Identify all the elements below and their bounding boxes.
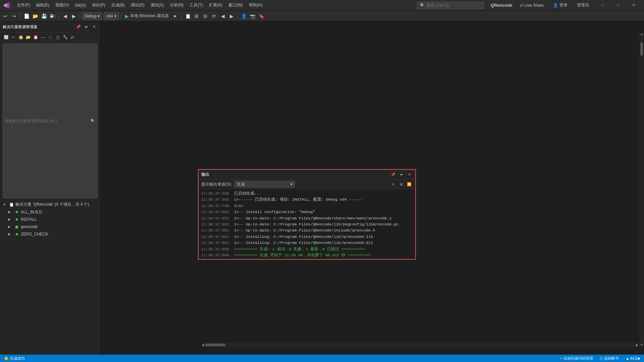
close-button[interactable]: ✕ [626, 0, 641, 11]
scroll-left-button[interactable]: ◀ [202, 344, 205, 346]
horizontal-scrollbar[interactable]: ◀ ▶ [201, 343, 639, 347]
run-button[interactable]: ▶ 本地 Windows 调试器 [123, 12, 171, 19]
solution-tree: ▼ 📋 解决方案 'QRencode' (4 个项目，共 4 个) ▶ ■ AL… [0, 200, 100, 355]
sidebar-toolbar-btn1[interactable]: 🔄 [3, 34, 9, 41]
tree-item-install[interactable]: ▶ ■ INSTALL [0, 216, 100, 223]
toolbar-bookmark[interactable]: 🔖 [257, 12, 265, 20]
hscroll-thumb[interactable] [205, 344, 225, 346]
vertical-scrollbar[interactable]: ▲ ▼ [639, 32, 644, 347]
live-share-button[interactable]: ⇄ Live Share [517, 2, 547, 9]
toolbar-profile[interactable]: 👤 [240, 12, 248, 20]
debug-config-dropdown[interactable]: Debug ▾ [82, 12, 102, 20]
sidebar-search-box[interactable]: 🔍 [3, 44, 98, 198]
tree-item-all-build[interactable]: ▶ ■ ALL_BUILD [0, 208, 100, 216]
toolbar-undo[interactable]: ↩ [1, 12, 9, 20]
admin-button[interactable]: 管理员 [574, 1, 592, 9]
menu-window[interactable]: 窗口(W) [226, 1, 246, 9]
output-pin-button[interactable]: 📌 [390, 171, 396, 178]
toolbar-camera[interactable]: 📷 [249, 12, 257, 20]
sidebar-close-button[interactable]: ✕ [91, 23, 98, 30]
search-input[interactable] [426, 3, 473, 8]
toolbar-open[interactable]: 📂 [31, 12, 39, 20]
tree-item-zero-check[interactable]: ▶ ■ ZERO_CHECK [0, 230, 100, 238]
menu-view[interactable]: 视图(V) [53, 1, 71, 9]
arch-chevron-icon: ▾ [114, 14, 116, 18]
toolbar-btn-8[interactable]: ⊟ [201, 12, 209, 20]
output-source-select[interactable]: 生成 ▾ [234, 181, 295, 188]
sidebar-toolbar-btn9[interactable]: 🔧 [62, 34, 68, 41]
solution-root[interactable]: ▼ 📋 解决方案 'QRencode' (4 个项目，共 4 个) [0, 201, 100, 208]
menu-build[interactable]: 生成(B) [109, 1, 127, 9]
menu-help[interactable]: 帮助(H) [246, 1, 265, 9]
menu-debug[interactable]: 调试(D) [128, 1, 147, 9]
scroll-up-button[interactable]: ▲ [640, 33, 643, 36]
scroll-right-button[interactable]: ▶ [636, 344, 639, 346]
sidebar-toolbar-btn4[interactable]: 📂 [25, 34, 32, 41]
menu-analyze[interactable]: 分析(N) [167, 1, 186, 9]
sidebar-toolbar-btn10[interactable]: ⇄ [69, 34, 76, 41]
output-source-label: 显示输出来源(S): [201, 182, 232, 187]
user-icon: 👤 [553, 3, 558, 8]
toolbar-save[interactable]: 💾 [40, 12, 48, 20]
output-close-button[interactable]: ✕ [406, 171, 413, 178]
sidebar-toolbar-btn6[interactable]: — [40, 34, 46, 41]
menu-test[interactable]: 测试(S) [148, 1, 167, 9]
output-line: 11:36:37:5931>------ 已启动生成: 项目: INSTALL,… [201, 197, 413, 203]
project-title: QRencode [487, 3, 517, 8]
sidebar-arrow-button[interactable]: ⬌ [83, 23, 90, 30]
output-wrap-button[interactable]: ⊞ [398, 181, 405, 188]
build-bell-icon: 🔔 [4, 356, 9, 361]
sidebar-toolbar-btn3[interactable]: 🏠 [17, 34, 24, 41]
menu-edit[interactable]: 编辑(E) [33, 1, 52, 9]
minimize-button[interactable]: ─ [595, 0, 610, 11]
menu-file[interactable]: 文件(F) [14, 1, 33, 9]
menu-extensions[interactable]: 扩展(X) [206, 1, 225, 9]
selection-button[interactable]: ◻ 选择帐号 [598, 355, 620, 362]
sidebar-toolbar-btn8[interactable]: ◫ [54, 34, 61, 41]
output-text: 1>-- Installing: C:/Program Files/QRenco… [234, 240, 373, 246]
toolbar-btn-11[interactable]: ▶ [227, 12, 235, 20]
output-timestamp: 11:36:37:881 [201, 227, 231, 234]
output-line: 11:36:37:8811>-- Installing: C:/Program … [201, 240, 413, 246]
status-bar: 🔔 生成成功 + 添加到源代码管理 ◻ 选择帐号 ▲ ACE■ [0, 355, 644, 362]
tree-item-qrencode[interactable]: ▶ ◼ qrencode [0, 223, 100, 230]
output-text: 1>-- Up-to-date: C:/Program Files/QRenco… [234, 227, 375, 234]
toolbar-btn-9[interactable]: ⟳ [210, 12, 218, 20]
output-text: 1>------ 已启动生成: 项目: INSTALL, 配置: Debug x… [234, 197, 363, 203]
toolbar-redo[interactable]: ↪ [10, 12, 18, 20]
scroll-down-button[interactable]: ▼ [640, 343, 643, 346]
output-panel-title: 输出 [201, 172, 209, 177]
login-button[interactable]: 👤 登录 [550, 1, 571, 9]
toolbar-new[interactable]: 📄 [22, 12, 31, 20]
toolbar-back[interactable]: ◀ [61, 12, 69, 20]
toolbar-btn-6[interactable]: 📋 [184, 12, 192, 20]
toolbar-run-extra[interactable]: ▶ [171, 12, 179, 20]
scroll-thumb[interactable] [640, 42, 643, 56]
selection-icon: ◻ [600, 356, 603, 361]
sidebar-toolbar-btn2[interactable]: ↩ [10, 34, 17, 41]
menu-project[interactable]: 项目(P) [89, 1, 108, 9]
install-chevron-icon: ▶ [8, 217, 13, 221]
sidebar-toolbar-btn5[interactable]: ⏰ [32, 34, 39, 41]
restore-button[interactable]: □ [610, 0, 626, 11]
output-expand-button[interactable]: ⬌ [398, 171, 405, 178]
ace-indicator[interactable]: ▲ ACE■ [624, 355, 641, 362]
menu-git[interactable]: Git(G) [72, 2, 89, 9]
title-search[interactable]: 🔍 [417, 2, 484, 9]
menu-tools[interactable]: 工具(T) [187, 1, 205, 9]
source-control-button[interactable]: + 添加到源代码管理 [559, 355, 594, 362]
sidebar-title: 解决方案资源管理器 [3, 24, 38, 30]
output-clear-button[interactable]: ≡ [390, 181, 396, 188]
sidebar-pin-button[interactable]: 📌 [75, 23, 82, 30]
toolbar-saveall[interactable]: 💾+ [49, 12, 57, 20]
arch-dropdown[interactable]: x64 ▾ [104, 12, 118, 20]
sidebar-toolbar-btn7[interactable]: □ [47, 34, 54, 41]
build-success-status[interactable]: 🔔 生成成功 [3, 355, 26, 362]
sidebar-search-input[interactable] [5, 119, 91, 123]
toolbar-btn-7[interactable]: ⊞ [193, 12, 201, 20]
toolbar-btn-10[interactable]: ◀ [219, 12, 227, 20]
output-scroll-button[interactable]: ⏬ [406, 181, 413, 188]
run-icon: ▶ [125, 13, 129, 19]
zero-check-icon: ■ [14, 231, 19, 237]
toolbar-forward[interactable]: ▶ [70, 12, 78, 20]
